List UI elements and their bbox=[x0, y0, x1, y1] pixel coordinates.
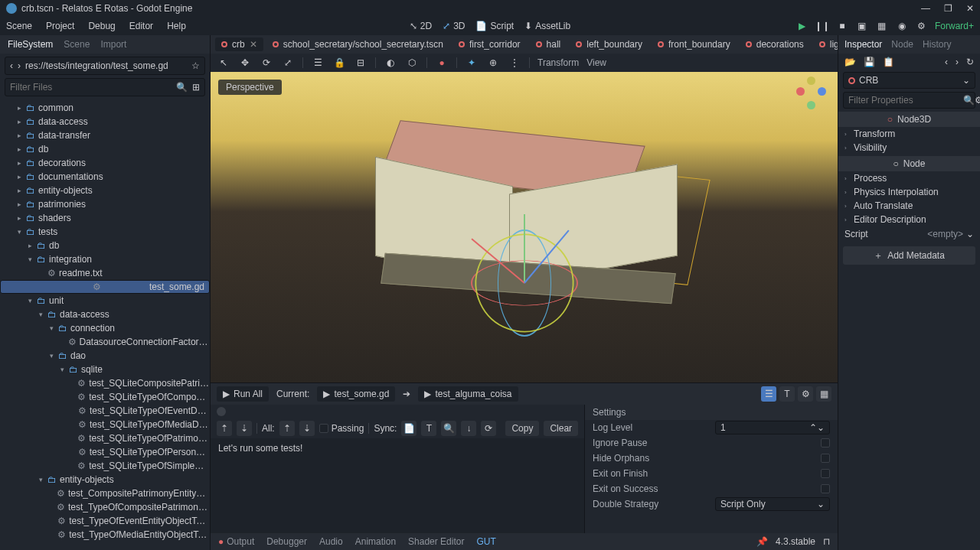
collapse-icon[interactable]: ⊓ bbox=[823, 536, 830, 547]
file-item[interactable]: ⚙test_SQLiteTypeOfCompositePatrimon... bbox=[0, 390, 210, 404]
folder-item[interactable]: ▾🗀integration bbox=[0, 252, 210, 266]
folder-item[interactable]: ▸🗀db bbox=[0, 142, 210, 156]
filter-properties-input[interactable] bbox=[848, 95, 963, 106]
menu-help[interactable]: Help bbox=[167, 21, 186, 31]
folder-item[interactable]: ▸🗀data-access bbox=[0, 115, 210, 129]
sync-refresh-icon[interactable]: ⟳ bbox=[481, 421, 496, 436]
menu-editor[interactable]: Editor bbox=[129, 21, 153, 31]
path-forward-icon[interactable]: › bbox=[18, 60, 21, 71]
folder-item[interactable]: ▸🗀decorations bbox=[0, 156, 210, 170]
scene-tab[interactable]: lighting bbox=[813, 37, 838, 51]
close-icon[interactable]: ✕ bbox=[966, 3, 974, 14]
workspace-3d[interactable]: ⤢ 3D bbox=[443, 21, 465, 31]
folder-item[interactable]: ▾🗀connection bbox=[0, 321, 210, 335]
play-scene-button[interactable]: ▣ bbox=[855, 19, 869, 33]
select-tool-icon[interactable]: ↖ bbox=[217, 56, 230, 70]
panel-btn-2[interactable]: T bbox=[779, 386, 795, 402]
panel-btn-4[interactable]: ▦ bbox=[816, 386, 831, 402]
prop-transform[interactable]: ›Transform bbox=[838, 127, 980, 141]
file-item[interactable]: ⚙test_SQLiteCompositePatrimonyDAOT... bbox=[0, 376, 210, 390]
pin-icon[interactable]: 📌 bbox=[756, 536, 768, 547]
double-strategy-select[interactable]: Script Only⌄ bbox=[715, 497, 830, 511]
path-favorite-icon[interactable]: ☆ bbox=[191, 60, 200, 71]
folder-item[interactable]: ▸🗀data-transfer bbox=[0, 129, 210, 142]
section-node[interactable]: ○Node bbox=[838, 156, 980, 171]
scene-tab[interactable]: hall bbox=[530, 37, 567, 51]
grid-view-icon[interactable]: ⊞ bbox=[192, 82, 200, 93]
transform-menu[interactable]: Transform bbox=[537, 57, 579, 68]
movie-button[interactable]: ◉ bbox=[895, 19, 909, 33]
sync-text-icon[interactable]: T bbox=[421, 421, 436, 436]
pause-button[interactable]: ❙❙ bbox=[815, 19, 829, 33]
viewport-3d[interactable]: Perspective bbox=[211, 72, 838, 382]
play-custom-button[interactable]: ▦ bbox=[875, 19, 889, 33]
scene-tab[interactable]: left_boundary bbox=[570, 37, 648, 51]
origin-tool-icon[interactable]: ● bbox=[435, 56, 449, 70]
transform-gizmo[interactable] bbox=[471, 229, 578, 337]
view-menu[interactable]: View bbox=[586, 57, 606, 68]
output-tab[interactable]: Output bbox=[218, 536, 254, 547]
inspector-save-icon[interactable]: 💾 bbox=[864, 57, 875, 67]
shader-tab[interactable]: Shader Editor bbox=[408, 536, 464, 547]
folder-item[interactable]: ▾🗀dao bbox=[0, 349, 210, 363]
inspector-open-icon[interactable]: 📂 bbox=[844, 57, 856, 67]
folder-item[interactable]: ▾🗀unit bbox=[0, 294, 210, 308]
lock-tool-icon[interactable]: 🔒 bbox=[332, 56, 346, 70]
tab-history[interactable]: History bbox=[923, 39, 951, 50]
tab-inspector[interactable]: Inspector bbox=[844, 39, 882, 50]
tab-filesystem[interactable]: FileSystem bbox=[8, 39, 53, 50]
file-item[interactable]: ⚙test_SQLiteTypeOfMediaDAOTest.gd bbox=[0, 418, 210, 431]
exit-finish-checkbox[interactable] bbox=[821, 469, 830, 478]
prop-editor-desc[interactable]: ›Editor Description bbox=[838, 213, 980, 226]
node-select[interactable]: CRB⌄ bbox=[843, 72, 975, 89]
file-item[interactable]: ⚙test_SQLiteTypeOfEventDAOTest.gd bbox=[0, 404, 210, 418]
folder-item[interactable]: ▸🗀patrimonies bbox=[0, 197, 210, 211]
workspace-assetlib[interactable]: ⬇ AssetLib bbox=[524, 21, 570, 31]
menu-scene[interactable]: Scene bbox=[6, 21, 32, 31]
inspector-fwd-icon[interactable]: › bbox=[956, 57, 959, 67]
scene-tab[interactable]: front_boundary bbox=[652, 37, 737, 51]
list-tool-icon[interactable]: ☰ bbox=[311, 56, 325, 70]
prop-auto-translate[interactable]: ›Auto Translate bbox=[838, 199, 980, 213]
run-all-button[interactable]: ▶ Run All bbox=[217, 386, 269, 402]
sync-file-icon[interactable]: 📄 bbox=[401, 421, 416, 436]
exit-success-checkbox[interactable] bbox=[821, 484, 830, 493]
scene-tab[interactable]: first_corridor bbox=[452, 37, 527, 51]
panel-btn-1[interactable]: ☰ bbox=[761, 386, 776, 402]
animation-tab[interactable]: Animation bbox=[355, 536, 396, 547]
filter-files-input[interactable] bbox=[10, 82, 172, 93]
renderer-label[interactable]: Forward+ bbox=[935, 21, 974, 31]
file-item[interactable]: ⚙test_some.gd bbox=[0, 280, 210, 294]
filter-settings-icon[interactable]: ⚙ bbox=[975, 95, 980, 106]
prop-visibility[interactable]: ›Visibility bbox=[838, 141, 980, 155]
expand-up-icon[interactable]: ⇡ bbox=[217, 421, 232, 436]
file-item[interactable]: ⚙test_SQLiteTypeOfPersonDAOTest.gd bbox=[0, 445, 210, 459]
inspector-back-icon[interactable]: ‹ bbox=[945, 57, 948, 67]
file-item[interactable]: ⚙test_SQLiteTypeOfPatrimonyDAOTest.gd bbox=[0, 431, 210, 445]
axis-gizmo[interactable] bbox=[796, 80, 827, 110]
gut-tab[interactable]: GUT bbox=[476, 536, 495, 547]
search-icon[interactable]: 🔍 bbox=[176, 82, 188, 93]
folder-item[interactable]: ▾🗀data-access bbox=[0, 308, 210, 321]
maximize-icon[interactable]: ❐ bbox=[944, 3, 952, 14]
audio-tab[interactable]: Audio bbox=[319, 536, 343, 547]
path-input[interactable] bbox=[25, 60, 187, 71]
ignore-pause-checkbox[interactable] bbox=[821, 438, 830, 447]
move-tool-icon[interactable]: ✥ bbox=[238, 56, 252, 70]
file-item[interactable]: ⚙test_TypeOfEventEntityObjectTest.gd bbox=[0, 514, 210, 528]
folder-item[interactable]: ▸🗀entity-objects bbox=[0, 184, 210, 197]
run-target-button[interactable]: ▶ test_alguma_coisa bbox=[418, 386, 518, 402]
folder-item[interactable]: ▸🗀db bbox=[0, 239, 210, 252]
prop-physics[interactable]: ›Physics Interpolation bbox=[838, 185, 980, 199]
file-item[interactable]: ⚙readme.txt bbox=[0, 266, 210, 280]
file-item[interactable]: ⚙test_TypeOfCompositePatrimonyEntityObj.… bbox=[0, 500, 210, 514]
sync-down-icon[interactable]: ↓ bbox=[461, 421, 476, 436]
section-node3d[interactable]: ○Node3D bbox=[838, 112, 980, 127]
all-down-icon[interactable]: ⇣ bbox=[299, 421, 315, 436]
log-level-select[interactable]: 1⌃⌄ bbox=[715, 421, 830, 434]
path-back-icon[interactable]: ‹ bbox=[10, 60, 13, 71]
local-space-icon[interactable]: ✦ bbox=[465, 56, 479, 70]
file-tree[interactable]: ▸🗀common▸🗀data-access▸🗀data-transfer▸🗀db… bbox=[0, 99, 210, 550]
grid-snap-icon[interactable]: ⊕ bbox=[486, 56, 500, 70]
rotate-tool-icon[interactable]: ⟳ bbox=[260, 56, 273, 70]
